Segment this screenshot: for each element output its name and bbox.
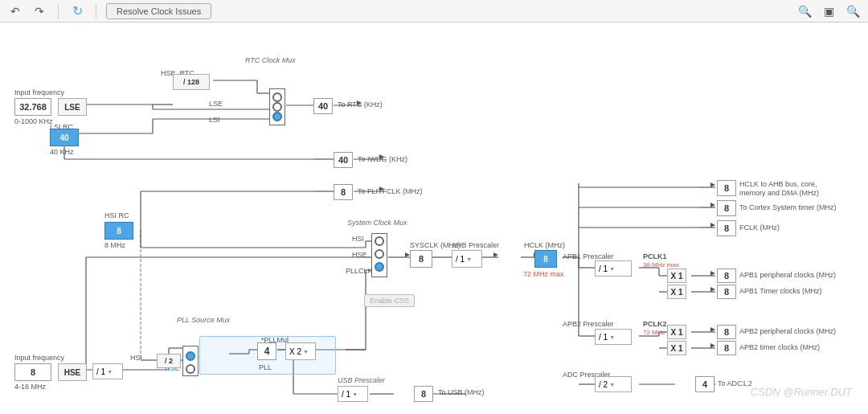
toolbar-divider-2 <box>96 4 96 18</box>
input-freq-lse-label: Input frequency <box>14 88 64 96</box>
usb-div1-dropdown[interactable]: / 1 <box>338 386 368 402</box>
system-mux-box[interactable] <box>371 233 387 277</box>
fclk-label: FCLK (MHz) <box>739 223 780 232</box>
ahb-prescaler-dropdown[interactable]: / 1 <box>452 250 482 268</box>
lse-block[interactable]: LSE <box>58 98 87 116</box>
sys-mux-hse[interactable] <box>375 249 384 259</box>
hse-sys-label: HSE <box>352 251 367 259</box>
rtc-mux-radio-hse[interactable] <box>272 92 282 102</box>
out-fclk: 8 <box>717 220 736 236</box>
apb1-timer-label: APB1 Timer clocks (MHz) <box>739 287 822 295</box>
pll-mux-label: PLL Source Mux <box>177 316 230 324</box>
lsi-wire-label: LSI <box>209 116 220 124</box>
hclk-value[interactable]: 8 <box>534 250 557 268</box>
lsi-rc-unit: 40 KHz <box>50 148 74 156</box>
to-adc-label: To ADC1,2 <box>718 379 752 387</box>
lsi-rc-value[interactable]: 40 <box>50 129 79 146</box>
out-hclk-ahb: 8 <box>717 180 736 196</box>
layout-button[interactable]: ▣ <box>820 2 837 20</box>
svg-marker-84 <box>710 182 715 187</box>
apb2-prescaler-dropdown[interactable]: / 1 <box>595 329 632 345</box>
apb1-timer-row: X 1 <box>667 285 686 299</box>
apb1-max-label: 38 MHz max <box>643 261 679 268</box>
out-apb1-timer: 8 <box>717 285 736 299</box>
apb1-prescaler-label: APB1 Prescaler <box>563 252 614 260</box>
to-flit-label: To FLITFCLK (MHz) <box>358 187 423 195</box>
adc-prescaler-dropdown[interactable]: / 2 <box>595 376 632 392</box>
apb1-periph-row: X 1 <box>667 268 686 283</box>
flit-output-value: 8 <box>334 184 353 200</box>
to-rtc-label: To RTC (KHz) <box>338 100 383 109</box>
hse-div1-dropdown[interactable]: / 1 <box>92 363 123 379</box>
svg-marker-88 <box>710 287 715 292</box>
apb1-prescaler-dropdown[interactable]: / 1 <box>595 260 632 277</box>
svg-marker-87 <box>710 271 715 276</box>
hclk-ahb-label2: memory and DMA (MHz) <box>739 189 819 197</box>
pll-sys-label: PLLCLK <box>346 267 373 275</box>
sys-mux-pll[interactable] <box>375 262 384 272</box>
hsi-pll-label: HSI <box>130 354 142 362</box>
input-freq-lse-value[interactable]: 32.768 <box>14 98 51 116</box>
input-freq-hse-range: 4-16 MHz <box>14 383 46 391</box>
undo-button[interactable]: ↶ <box>6 2 24 20</box>
search-zoom-button[interactable]: 🔍 <box>796 2 813 20</box>
refresh-button[interactable]: ↻ <box>68 2 86 20</box>
x1-apb2-timer[interactable]: X 1 <box>667 341 686 355</box>
out-apb1-periph: 8 <box>717 268 736 283</box>
to-iwdg-label: To IWDG (KHz) <box>358 155 407 163</box>
x1-apb1[interactable]: X 1 <box>667 268 686 283</box>
enable-css-button[interactable]: Enable CSS <box>364 294 415 307</box>
input-freq-hse-value[interactable]: 8 <box>14 363 51 381</box>
ahb-prescaler-label: AHB Prescaler <box>452 241 499 249</box>
out-cortex: 8 <box>717 200 736 216</box>
pll-label: PLL <box>259 363 272 371</box>
apb2-periph-label: APB2 peripheral clocks (MHz) <box>739 327 836 335</box>
pll-source-mux-box[interactable] <box>182 346 199 376</box>
resolve-clock-button[interactable]: Resolve Clock Issues <box>106 3 211 19</box>
usb-prescaler-label: USB Prescaler <box>338 376 385 384</box>
x1-apb2[interactable]: X 1 <box>667 325 686 339</box>
hclk-ahb-label: HCLK to AHB bus, core, <box>739 180 817 188</box>
pll-mux-hsi[interactable] <box>186 351 195 361</box>
zoom-button[interactable]: 🔍 <box>844 2 862 20</box>
pllmul-x2-dropdown[interactable]: X 2 <box>285 342 316 360</box>
out-apb2-timer: 8 <box>717 341 736 355</box>
redo-button[interactable]: ↷ <box>31 2 48 20</box>
watermark: CSDN @Runner.DUT <box>751 386 852 398</box>
to-usb-label: To USB (MHz) <box>438 388 485 396</box>
svg-marker-89 <box>710 327 715 332</box>
cortex-label: To Cortex System timer (MHz) <box>739 203 837 211</box>
hse-block[interactable]: HSE <box>58 363 87 381</box>
svg-marker-82 <box>493 252 498 257</box>
sys-mux-hsi[interactable] <box>375 236 384 246</box>
pll-value[interactable]: 4 <box>257 342 276 360</box>
rtc-mux-label: RTC Clock Mux <box>245 56 296 64</box>
svg-marker-85 <box>710 203 715 207</box>
apb2-timer-label: APB2 timer clocks (MHz) <box>739 343 820 351</box>
hsi-div2[interactable]: / 2 <box>157 354 181 368</box>
usb-output-value: 8 <box>414 386 433 402</box>
toolbar-divider <box>58 4 59 18</box>
hsi-rc-value[interactable]: 8 <box>104 222 133 240</box>
lse-wire-label: LSE <box>209 100 223 108</box>
hsi-rc-unit: 8 MHz <box>104 241 125 249</box>
apb1-periph-label: APB1 peripheral clocks (MHz) <box>739 271 836 279</box>
rtc-mux-radio-lse[interactable] <box>272 102 282 112</box>
hsi-rc-label: HSI RC <box>104 211 129 219</box>
toolbar: ↶ ↷ ↻ Resolve Clock Issues 🔍 ▣ 🔍 <box>0 0 868 23</box>
iwdg-output-value: 40 <box>334 152 353 168</box>
rtc-mux-box[interactable] <box>269 88 285 125</box>
hsi-sys-label: HSI <box>352 235 364 243</box>
rtc-mux-radio-lsi[interactable] <box>272 112 282 121</box>
out-apb2-periph: 8 <box>717 325 736 339</box>
clock-diagram-canvas: Input frequency 32.768 0-1000 KHz LSE LS… <box>0 23 868 414</box>
hclk-max-label: 72 MHz max <box>523 270 564 278</box>
input-freq-lse-range: 0-1000 KHz <box>14 117 53 125</box>
pll-mux-hse[interactable] <box>186 364 195 374</box>
sysclk-value[interactable]: 8 <box>410 250 432 268</box>
rtc-output-value: 40 <box>313 98 333 114</box>
x1-apb1-timer[interactable]: X 1 <box>667 285 686 299</box>
hse-rtc-prescaler[interactable]: / 128 <box>173 74 210 90</box>
system-mux-label: System Clock Mux <box>347 219 407 227</box>
pclk2-label: PCLK2 <box>643 320 667 328</box>
